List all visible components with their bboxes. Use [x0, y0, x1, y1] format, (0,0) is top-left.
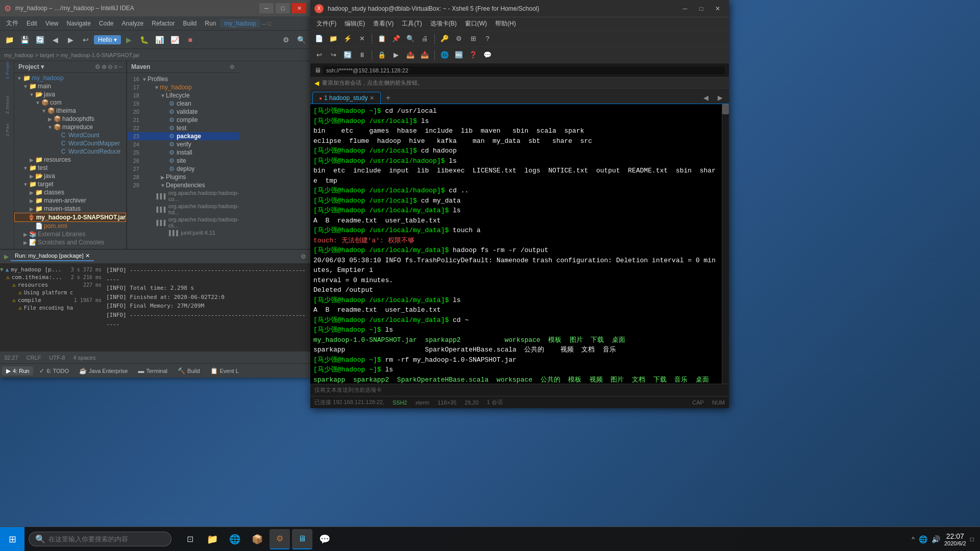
- xshell-new-btn[interactable]: 📄: [312, 33, 326, 45]
- tree-external-libs[interactable]: ▶ 📚 External Libraries: [14, 230, 126, 238]
- xshell-t2-btn10[interactable]: 🔤: [452, 49, 465, 61]
- xshell-find-btn[interactable]: 🔍: [404, 33, 417, 45]
- toolbar-forward-btn[interactable]: ▶: [63, 33, 78, 47]
- xshell-open-btn[interactable]: 📁: [327, 33, 340, 45]
- taskbar-icon-file-explorer[interactable]: 📁: [202, 529, 223, 549]
- run-tree-root[interactable]: ▼ ▲ my_hadoop [p... 3 s 372 ms: [0, 266, 102, 273]
- taskbar-icon-task-view[interactable]: ⊡: [180, 529, 200, 549]
- xshell-t2-btn3[interactable]: 🔄: [341, 49, 354, 61]
- toolbar-back-btn[interactable]: ◀: [48, 33, 62, 47]
- xshell-key-btn[interactable]: 🔑: [438, 33, 451, 45]
- toolbar-profile-btn[interactable]: 📈: [168, 33, 182, 47]
- toolbar-save-btn[interactable]: 💾: [17, 33, 32, 47]
- xshell-t2-btn11[interactable]: ❓: [467, 49, 480, 61]
- menu-code[interactable]: Code: [95, 19, 118, 28]
- xshell-copy-btn[interactable]: 📋: [375, 33, 388, 45]
- idea-close-button[interactable]: ✕: [292, 3, 306, 13]
- run-tree-com[interactable]: ⚠ com.itheima:... 2 s 216 ms: [0, 273, 102, 281]
- tree-scratches[interactable]: ▶ 📝 Scratches and Consoles: [14, 238, 126, 246]
- taskbar-icon-store[interactable]: 📦: [247, 529, 267, 549]
- xshell-print-btn[interactable]: 🖨: [418, 33, 431, 45]
- xshell-menu-file[interactable]: 文件(F): [312, 18, 340, 29]
- xshell-t2-btn9[interactable]: 🌐: [438, 49, 451, 61]
- taskbar-search-input[interactable]: [48, 535, 151, 543]
- maven-dep2-item[interactable]: ▌▌▌ org.apache.hadoop:hadoop-hd...: [127, 203, 239, 216]
- maven-gear-icon[interactable]: ⚙: [230, 64, 235, 70]
- tree-wordcountreduce[interactable]: C WordCountReduce: [14, 147, 126, 156]
- run-settings-icon[interactable]: ⚙: [301, 253, 306, 260]
- xshell-tab-next-btn[interactable]: ▶: [714, 91, 727, 104]
- tree-wordcount[interactable]: C WordCount: [14, 131, 126, 139]
- toolbar-settings-btn[interactable]: ⚙: [279, 33, 293, 47]
- maven-validate-item[interactable]: 20 ⚙ validate: [127, 108, 239, 116]
- maven-deps-item[interactable]: 29 ▼ Dependencies: [127, 181, 239, 189]
- tree-mapreduce[interactable]: ▼ 📦 mapreduce: [14, 123, 126, 131]
- menu-file[interactable]: 文件: [2, 18, 22, 29]
- menu-navigate[interactable]: Navigate: [62, 19, 94, 28]
- maven-dep4-item[interactable]: ▌▌▌ junit:junit:4.11: [127, 229, 239, 236]
- maven-test-item[interactable]: 22 ⚙ test: [127, 124, 239, 132]
- tree-classes[interactable]: ▶ 📁 classes: [14, 188, 126, 196]
- bottom-bar-todo[interactable]: ✓ 6: TODO: [35, 366, 73, 375]
- maven-clean-item[interactable]: 19 ⚙ clean: [127, 99, 239, 108]
- bottom-bar-events[interactable]: 📋 Event L: [206, 366, 243, 375]
- xshell-connect-btn[interactable]: ⚡: [341, 33, 354, 45]
- tree-hadoophdfs[interactable]: ▶ 📦 hadoophdfs: [14, 115, 126, 123]
- maven-profiles-item[interactable]: 16 ▼ Profiles: [127, 75, 239, 83]
- xshell-t2-btn1[interactable]: ↩: [312, 49, 326, 61]
- menu-refactor[interactable]: Refactor: [148, 19, 179, 28]
- toolbar-run-config[interactable]: Hello ▾: [94, 35, 121, 44]
- tree-root[interactable]: ▼ 📁 my_hadoop: [14, 74, 126, 82]
- xshell-t2-btn12[interactable]: 💬: [481, 49, 494, 61]
- xshell-paste-btn[interactable]: 📌: [389, 33, 403, 45]
- taskbar-icon-weixin[interactable]: 💬: [314, 529, 335, 549]
- project-collapse-icon[interactable]: ⊖: [108, 63, 113, 70]
- project-settings-icon[interactable]: ≡: [114, 63, 117, 70]
- maven-compile-item[interactable]: 21 ⚙ compile: [127, 116, 239, 124]
- tree-main[interactable]: ▼ 📁 main: [14, 82, 126, 90]
- tray-clock[interactable]: 22:07 2020/6/2: [944, 532, 966, 546]
- xshell-t2-btn2[interactable]: ↪: [327, 49, 340, 61]
- tree-maven-archiver[interactable]: ▶ 📁 maven-archiver: [14, 196, 126, 205]
- xshell-fullscreen-btn[interactable]: ⊞: [467, 33, 480, 45]
- xshell-address[interactable]: ssh://******@192.168.121.128:22: [323, 66, 725, 74]
- xshell-t2-btn4[interactable]: ⏸: [355, 49, 369, 61]
- toolbar-search-btn[interactable]: 🔍: [294, 33, 308, 47]
- xshell-settings-btn[interactable]: ⚙: [452, 33, 465, 45]
- xshell-scrollbar[interactable]: [722, 104, 729, 384]
- taskbar-search[interactable]: 🔍: [29, 532, 172, 546]
- xshell-t2-btn5[interactable]: 🔒: [375, 49, 388, 61]
- xshell-maximize-btn[interactable]: □: [694, 3, 708, 14]
- xshell-tab-prev-btn[interactable]: ◀: [699, 91, 713, 104]
- project-gear-icon[interactable]: ⚙: [95, 63, 101, 70]
- tree-resources[interactable]: ▶ 📁 resources: [14, 156, 126, 164]
- taskbar-icon-xshell[interactable]: 🖥: [292, 529, 312, 549]
- maven-plugins-item[interactable]: 28 ▶ Plugins: [127, 173, 239, 181]
- maven-dep3-item[interactable]: ▌▌▌ org.apache.hadoop:hadoop-cli...: [127, 216, 239, 229]
- xshell-disconnect-btn[interactable]: ✕: [355, 33, 369, 45]
- toolbar-stop-btn[interactable]: ■: [183, 33, 198, 47]
- toolbar-undo-btn[interactable]: ↩: [79, 33, 93, 47]
- maven-deploy-item[interactable]: 27 ⚙ deploy: [127, 165, 239, 173]
- run-tab[interactable]: Run: my_hadoop [package] ✕: [11, 252, 94, 261]
- tree-target[interactable]: ▼ 📁 target: [14, 180, 126, 188]
- tray-notification-icon[interactable]: □: [970, 536, 974, 543]
- toolbar-debug-btn[interactable]: 🐛: [137, 33, 152, 47]
- start-button[interactable]: ⊞: [0, 527, 24, 552]
- xshell-t2-btn8[interactable]: 📥: [418, 49, 431, 61]
- status-indent[interactable]: 4 spaces: [73, 355, 95, 361]
- menu-run[interactable]: Run: [201, 19, 220, 28]
- xshell-menu-edit[interactable]: 编辑(E): [340, 18, 369, 29]
- maven-site-item[interactable]: 26 ⚙ site: [127, 157, 239, 165]
- toolbar-refresh-btn[interactable]: 🔄: [33, 33, 47, 47]
- menu-view[interactable]: View: [41, 19, 63, 28]
- menu-build[interactable]: Build: [179, 19, 201, 28]
- sidebar-fav-btn[interactable]: 2:Fav: [2, 124, 13, 136]
- xshell-scrollbar-thumb[interactable]: [722, 104, 729, 114]
- maven-package-item[interactable]: 23 ⚙ package: [127, 132, 239, 140]
- xshell-tab-close[interactable]: ✕: [370, 95, 374, 102]
- menu-project[interactable]: my_hadoop: [220, 19, 260, 28]
- bottom-bar-terminal[interactable]: ▬ Terminal: [134, 366, 172, 375]
- xshell-menu-window[interactable]: 窗口(W): [461, 18, 491, 29]
- bottom-bar-run[interactable]: ▶ 4: Run: [2, 366, 33, 375]
